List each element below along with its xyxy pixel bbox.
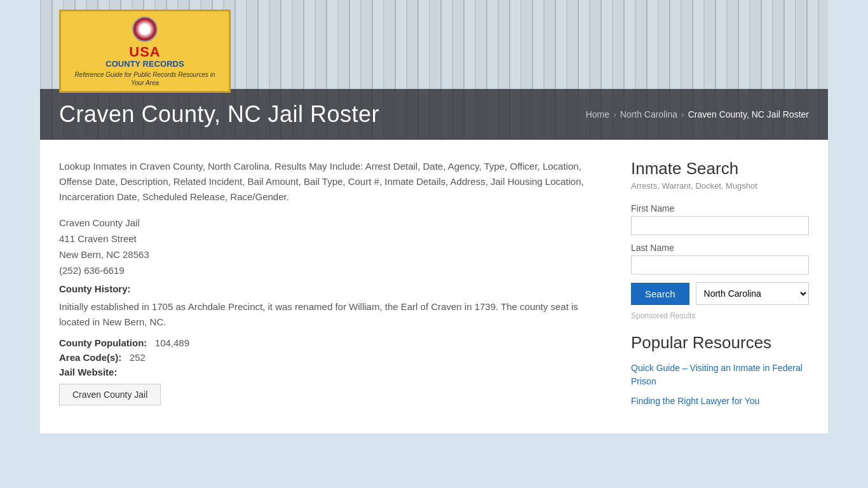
population-line: County Population: 104,489 <box>59 337 606 348</box>
breadcrumb-home[interactable]: Home <box>586 109 609 119</box>
last-name-group: Last Name <box>631 243 809 274</box>
first-name-input[interactable] <box>631 216 809 235</box>
population-label: County Population: <box>59 337 147 348</box>
jail-info: Craven County Jail 411 Craven Street New… <box>59 217 606 276</box>
hero-section: USA COUNTY RECORDS Reference Guide for P… <box>40 0 828 140</box>
site-logo: USA COUNTY RECORDS Reference Guide for P… <box>59 10 231 93</box>
first-name-group: First Name <box>631 203 809 235</box>
breadcrumb-current: Craven County, NC Jail Roster <box>688 109 809 119</box>
population-value: 104,489 <box>155 337 189 348</box>
area-code-line: Area Code(s): 252 <box>59 352 606 363</box>
search-button[interactable]: Search <box>631 283 689 305</box>
page-wrapper: Lookup Inmates in Craven County, North C… <box>40 140 828 433</box>
sponsored-label: Sponsored Results <box>631 311 809 320</box>
breadcrumb-sep-1: › <box>613 109 616 119</box>
jail-website-line: Jail Website: <box>59 367 606 377</box>
jail-address2: New Bern, NC 28563 <box>59 249 606 260</box>
inmate-search-title: Inmate Search <box>631 159 809 179</box>
flag-icon <box>132 17 158 42</box>
first-name-label: First Name <box>631 203 809 214</box>
content-layout: Lookup Inmates in Craven County, North C… <box>59 159 809 414</box>
county-history-title: County History: <box>59 283 606 294</box>
state-select[interactable]: North Carolina Alabama Alaska Arizona Ar… <box>696 282 809 305</box>
sidebar: Inmate Search Arrests, Warrant, Docket, … <box>631 159 809 414</box>
popular-link-1[interactable]: Quick Guide – Visiting an Inmate in Fede… <box>631 362 809 388</box>
popular-resources-title: Popular Resources <box>631 333 809 353</box>
inmate-search-subtitle: Arrests, Warrant, Docket, Mugshot <box>631 181 809 191</box>
county-history-text: Initially established in 1705 as Archdal… <box>59 299 606 330</box>
search-row: Search North Carolina Alabama Alaska Ari… <box>631 282 809 305</box>
jail-address1: 411 Craven Street <box>59 233 606 244</box>
last-name-input[interactable] <box>631 255 809 274</box>
jail-website-button[interactable]: Craven County Jail <box>59 384 161 405</box>
breadcrumb-sep-2: › <box>681 109 684 119</box>
breadcrumb: Home › North Carolina › Craven County, N… <box>586 109 809 119</box>
page-title: Craven County, NC Jail Roster <box>59 101 379 128</box>
hero-overlay: Craven County, NC Jail Roster Home › Nor… <box>40 89 828 140</box>
breadcrumb-state[interactable]: North Carolina <box>620 109 677 119</box>
logo-title: USA <box>67 45 222 59</box>
logo-subtitle: COUNTY RECORDS <box>67 59 222 69</box>
intro-text: Lookup Inmates in Craven County, North C… <box>59 159 606 205</box>
jail-name: Craven County Jail <box>59 217 606 228</box>
area-code-value: 252 <box>130 352 146 363</box>
last-name-label: Last Name <box>631 243 809 253</box>
logo-tagline: Reference Guide for Public Records Resou… <box>67 71 222 87</box>
jail-website-label: Jail Website: <box>59 367 117 377</box>
jail-phone: (252) 636-6619 <box>59 265 606 276</box>
main-content: Lookup Inmates in Craven County, North C… <box>59 159 606 414</box>
popular-link-2[interactable]: Finding the Right Lawyer for You <box>631 395 809 408</box>
area-code-label: Area Code(s): <box>59 352 121 363</box>
